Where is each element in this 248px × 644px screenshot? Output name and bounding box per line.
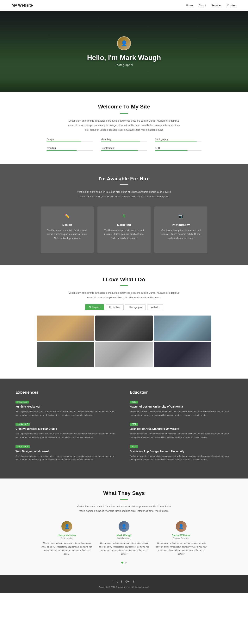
welcome-heading: Welcome To My Site xyxy=(23,104,225,110)
skill-bar-fill xyxy=(101,142,140,142)
experience-item: 2014 - 2017 Creative Director at Pixar S… xyxy=(16,422,118,439)
education-heading: Education xyxy=(130,390,232,394)
portfolio-heading: I Love What I Do xyxy=(12,276,236,283)
navbar-nav: Home About Services Contact xyxy=(186,4,236,7)
exp-title: Web Designer at Microsoft xyxy=(16,450,118,453)
testimonials-divider xyxy=(120,499,128,500)
skill-item: Marketing xyxy=(101,138,147,142)
exp-description: Sed ut perspiciatis unde omnis iste natu… xyxy=(16,410,118,417)
hire-description: Vestibulum ante primis in faucibus orci … xyxy=(76,190,172,199)
edu-description: Sed ut perspiciatis unde omnis iste natu… xyxy=(130,454,232,462)
hire-divider xyxy=(120,184,128,185)
navbar-brand: My Website xyxy=(12,3,33,8)
exp-period: 2015 - now xyxy=(16,400,29,404)
education-column: Education 2010 Master of Design, Univers… xyxy=(130,390,232,467)
exp-period: 2014 - 2017 xyxy=(16,423,30,426)
education-item: 2007 Bachelor of Arts, Standford Univers… xyxy=(130,422,232,439)
education-item: 2004 Specialize App Design, Harvard Univ… xyxy=(130,445,232,462)
welcome-section: Welcome To My Site Vestibulum ante primi… xyxy=(0,92,248,164)
exp-title: Creative Director at Pixar Studio xyxy=(16,427,118,430)
education-item: 2010 Master of Design, University of Cal… xyxy=(130,400,232,417)
testimonial-name: Mark Waugh xyxy=(98,534,150,537)
testimonials-section: What They Says Vestibulum ante primis in… xyxy=(0,478,248,575)
filter-button[interactable]: Website xyxy=(147,304,163,310)
experience-items: 2015 - now Fulltime Freelancer Sed ut pe… xyxy=(16,400,118,462)
welcome-description: Vestibulum ante primis in faucibus orci … xyxy=(66,118,182,132)
skills-grid: Design Marketing Photography Branding De… xyxy=(47,138,201,152)
testimonial-avatar: 👤 xyxy=(118,521,130,532)
linkedin-icon[interactable]: in xyxy=(133,580,136,583)
services-grid: ✏️ Design Vestibulum ante primis in fauc… xyxy=(41,206,207,253)
skill-label: Photography xyxy=(155,138,201,140)
testimonial-role: Graphic Designer xyxy=(155,537,207,540)
skill-bar xyxy=(155,142,201,142)
footer: f t i G+ in Copyright © 2020 Company nam… xyxy=(0,575,248,593)
edu-description: Sed ut perspiciatis unde omnis iste natu… xyxy=(130,432,232,439)
skill-bar xyxy=(101,150,147,151)
filter-button[interactable]: Illustration xyxy=(106,304,123,310)
testimonial-text: "Neque porro quisquam est, qui dolorem i… xyxy=(155,541,207,556)
service-icon: ₦ xyxy=(120,212,128,220)
experience-item: 2015 - now Fulltime Freelancer Sed ut pe… xyxy=(16,400,118,417)
testimonial-name: Henry Nicholas xyxy=(41,534,93,537)
testimonial-card: 👤 Sarina Williams Graphic Designer "Nequ… xyxy=(155,521,207,556)
skill-item: Development xyxy=(101,147,147,151)
service-icon: ✏️ xyxy=(63,212,71,220)
skill-label: Branding xyxy=(47,147,93,150)
portfolio-item[interactable] xyxy=(95,316,153,341)
service-description: Vestibulum ante primis in faucibus orci … xyxy=(101,228,147,240)
portfolio-divider xyxy=(120,285,128,286)
dot-2[interactable] xyxy=(125,562,127,564)
edu-description: Sed ut perspiciatis unde omnis iste natu… xyxy=(130,410,232,417)
twitter-icon[interactable]: t xyxy=(117,580,117,583)
testimonials-grid: 👤 Henry Nicholas Photographer "Neque por… xyxy=(41,521,207,556)
exp-edu-section: Experiences 2015 - now Fulltime Freelanc… xyxy=(0,378,248,478)
googleplus-icon[interactable]: G+ xyxy=(125,580,130,583)
edu-title: Bachelor of Arts, Standford University xyxy=(130,427,232,430)
service-description: Vestibulum ante primis in faucibus orci … xyxy=(45,228,90,240)
skill-bar xyxy=(47,150,93,151)
service-card: ₦ Marketing Vestibulum ante primis in fa… xyxy=(97,206,150,253)
portfolio-item[interactable] xyxy=(154,342,211,367)
portfolio-item[interactable] xyxy=(37,342,94,367)
testimonial-text: "Neque porro quisquam est, qui dolorem i… xyxy=(41,541,93,556)
filter-button[interactable]: All Projects xyxy=(85,304,104,310)
dot-1[interactable] xyxy=(121,562,123,564)
service-title: Marketing xyxy=(101,223,147,226)
nav-about[interactable]: About xyxy=(199,4,206,7)
skill-label: Marketing xyxy=(101,138,147,140)
skill-bar xyxy=(47,142,93,142)
skill-label: Development xyxy=(101,147,147,150)
hero-subtitle: Photographer xyxy=(87,64,161,66)
portfolio-item[interactable] xyxy=(95,342,153,367)
exp-description: Sed ut perspiciatis unde omnis iste natu… xyxy=(16,432,118,439)
portfolio-item[interactable] xyxy=(37,316,94,341)
edu-period: 2010 xyxy=(130,400,138,404)
service-title: Design xyxy=(45,223,90,226)
portfolio-item[interactable] xyxy=(154,316,211,341)
avatar: 👤 xyxy=(117,36,131,50)
skill-bar-fill xyxy=(101,150,138,151)
testimonial-role: Photographer xyxy=(41,537,93,540)
service-card: ✏️ Design Vestibulum ante primis in fauc… xyxy=(41,206,94,253)
portfolio-section: I Love What I Do Vestibulum ante primis … xyxy=(0,265,248,378)
service-card: 📷 Photography Vestibulum ante primis in … xyxy=(154,206,207,253)
nav-contact[interactable]: Contact xyxy=(227,4,236,7)
hero-content: 👤 Hello, I'm Mark Waugh Photographer xyxy=(87,36,161,66)
testimonial-card: 👤 Henry Nicholas Photographer "Neque por… xyxy=(41,521,93,556)
skill-bar xyxy=(155,150,201,151)
hero-trees-bg xyxy=(0,65,248,92)
instagram-icon[interactable]: i xyxy=(121,580,122,583)
edu-period: 2004 xyxy=(130,445,138,448)
facebook-icon[interactable]: f xyxy=(112,580,113,583)
filter-button[interactable]: Photography xyxy=(125,304,146,310)
skill-item: Branding xyxy=(47,147,93,151)
edu-period: 2007 xyxy=(130,423,138,426)
nav-services[interactable]: Services xyxy=(211,4,222,7)
skill-label: SEO xyxy=(155,147,201,150)
service-title: Photography xyxy=(158,223,203,226)
testimonial-avatar: 👤 xyxy=(61,521,72,532)
nav-home[interactable]: Home xyxy=(186,4,193,7)
skill-item: SEO xyxy=(155,147,201,151)
testimonial-name: Sarina Williams xyxy=(155,534,207,537)
